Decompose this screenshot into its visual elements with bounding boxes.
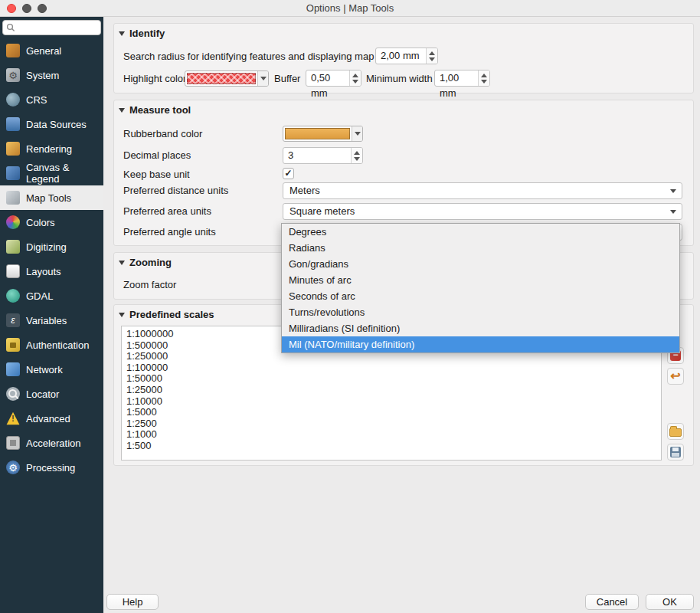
- angle-units-label: Preferred angle units: [123, 225, 216, 240]
- stepper-up-icon: [352, 74, 358, 77]
- scale-list-item[interactable]: 1:50000: [126, 373, 661, 385]
- scale-list-item[interactable]: 1:1000: [126, 429, 661, 441]
- dropdown-option-turns-revolutions[interactable]: Turns/revolutions: [282, 304, 679, 320]
- area-units-combobox[interactable]: Square meters: [283, 203, 682, 220]
- export-scales-save-icon: [670, 447, 681, 457]
- gears-icon: ⚙: [6, 68, 20, 82]
- scale-list-item[interactable]: 1:2500: [126, 418, 661, 430]
- stepper-buttons[interactable]: [349, 70, 361, 86]
- keep-base-unit-checkbox[interactable]: ✓: [283, 168, 294, 179]
- magnifier-icon: [6, 387, 20, 401]
- cancel-button[interactable]: Cancel: [585, 594, 639, 610]
- zooming-section-header[interactable]: Zooming: [119, 257, 172, 268]
- dropdown-option-degrees[interactable]: Degrees: [282, 224, 679, 240]
- collapse-arrow-icon: [119, 31, 125, 36]
- import-scales-folder-icon: [669, 428, 682, 437]
- restore-default-scales-icon: ↩: [670, 370, 680, 382]
- sidebar-item-acceleration[interactable]: Acceleration: [0, 431, 103, 455]
- chevron-down-icon: [355, 132, 361, 136]
- globe-icon: [6, 93, 20, 107]
- highlight-color-swatch: [187, 73, 256, 84]
- measure-section-header[interactable]: Measure tool: [119, 104, 191, 116]
- settings-sidebar: General ⚙System CRS Data Sources Renderi…: [0, 17, 103, 613]
- dropdown-option-radians[interactable]: Radians: [282, 240, 679, 256]
- sidebar-item-digitizing[interactable]: Digitizing: [0, 234, 103, 259]
- epsilon-script-icon: ε: [6, 313, 20, 327]
- decimal-places-spinbox[interactable]: 3: [283, 147, 363, 164]
- chevron-down-icon: [670, 189, 676, 193]
- titlebar: Options | Map Tools: [0, 0, 700, 17]
- network-computers-icon: [6, 362, 20, 376]
- map-canvas-icon: [6, 166, 20, 180]
- buffer-spinbox[interactable]: 0,50 mm: [306, 70, 361, 87]
- zooming-section-title: Zooming: [129, 257, 172, 268]
- sidebar-item-system[interactable]: ⚙System: [0, 63, 103, 87]
- sidebar-item-advanced[interactable]: !Advanced: [0, 406, 103, 431]
- zoom-factor-label: Zoom factor: [123, 277, 176, 293]
- sidebar-item-variables[interactable]: εVariables: [0, 308, 103, 333]
- sidebar-item-network[interactable]: Network: [0, 357, 103, 382]
- highlight-color-button[interactable]: [185, 70, 269, 87]
- minimum-width-spinbox[interactable]: 1,00 mm: [434, 70, 490, 87]
- dropdown-option-gon-gradians[interactable]: Gon/gradians: [282, 256, 679, 272]
- color-dropdown-arrow[interactable]: [352, 126, 362, 141]
- sidebar-item-general[interactable]: General: [0, 38, 103, 63]
- restore-default-scales-button[interactable]: ↩: [667, 368, 684, 385]
- scale-list-item[interactable]: 1:100000: [126, 362, 661, 374]
- checkmark-icon: ✓: [284, 168, 292, 179]
- sidebar-item-crs[interactable]: CRS: [0, 87, 103, 112]
- stepper-buttons[interactable]: [426, 48, 437, 64]
- sidebar-item-canvas-legend[interactable]: Canvas & Legend: [0, 161, 103, 185]
- scale-list-item[interactable]: 1:25000: [126, 385, 661, 396]
- sidebar-item-locator[interactable]: Locator: [0, 382, 103, 406]
- stepper-buttons[interactable]: [478, 70, 489, 86]
- keep-base-unit-label: Keep base unit: [123, 167, 190, 182]
- stepper-buttons[interactable]: [351, 148, 362, 163]
- help-button[interactable]: Help: [106, 594, 159, 610]
- search-icon: [6, 23, 15, 32]
- identify-section-title: Identify: [129, 28, 165, 39]
- scales-section-header[interactable]: Predefined scales: [119, 309, 214, 320]
- ok-button[interactable]: OK: [646, 594, 694, 610]
- warning-triangle-icon: !: [6, 411, 20, 425]
- scale-list-item[interactable]: 1:10000: [126, 396, 661, 408]
- pencil-vertex-icon: [6, 240, 20, 254]
- export-scales-button[interactable]: [667, 444, 684, 461]
- identify-section-header[interactable]: Identify: [119, 28, 165, 39]
- sidebar-item-gdal[interactable]: GDAL: [0, 284, 103, 308]
- chevron-down-icon: [670, 210, 676, 214]
- window-title: Options | Map Tools: [0, 2, 700, 14]
- sidebar-item-data-sources[interactable]: Data Sources: [0, 112, 103, 136]
- search-radius-spinbox[interactable]: 2,00 mm: [375, 48, 438, 64]
- sidebar-item-colors[interactable]: Colors: [0, 210, 103, 234]
- decimal-places-label: Decimal places: [123, 148, 191, 163]
- sidebar-item-authentication[interactable]: Authentication: [0, 333, 103, 357]
- dropdown-option-mil-nato[interactable]: Mil (NATO/military definition): [282, 336, 679, 352]
- wrench-icon: [6, 44, 20, 57]
- dropdown-option-milliradians[interactable]: Milliradians (SI definition): [282, 320, 679, 336]
- angle-units-dropdown-popup: Degrees Radians Gon/gradians Minutes of …: [281, 223, 680, 353]
- settings-search-input[interactable]: [15, 21, 92, 34]
- sidebar-item-rendering[interactable]: Rendering: [0, 136, 103, 161]
- sidebar-item-processing[interactable]: ⚙Processing: [0, 455, 103, 480]
- stepper-up-icon: [429, 51, 435, 55]
- distance-units-combobox[interactable]: Meters: [283, 182, 682, 199]
- stepper-down-icon: [354, 157, 360, 161]
- stepper-down-icon: [352, 80, 358, 84]
- dropdown-option-seconds-of-arc[interactable]: Seconds of arc: [282, 288, 679, 304]
- gdal-globe-icon: [6, 289, 20, 303]
- scale-list-item[interactable]: 1:5000: [126, 407, 661, 418]
- import-scales-button[interactable]: [667, 423, 684, 440]
- scale-list-item[interactable]: 1:500: [126, 441, 661, 452]
- rubberband-color-swatch: [285, 128, 350, 139]
- stepper-down-icon: [481, 80, 487, 84]
- rubberband-color-button[interactable]: [283, 126, 363, 142]
- sidebar-item-map-tools[interactable]: Map Tools: [0, 185, 103, 210]
- lock-icon: [6, 338, 20, 352]
- dropdown-option-minutes-of-arc[interactable]: Minutes of arc: [282, 272, 679, 288]
- color-dropdown-arrow[interactable]: [257, 71, 268, 86]
- database-table-icon: [6, 117, 20, 131]
- settings-search-box[interactable]: [2, 20, 101, 35]
- collapse-arrow-icon: [119, 108, 125, 113]
- sidebar-item-layouts[interactable]: Layouts: [0, 259, 103, 284]
